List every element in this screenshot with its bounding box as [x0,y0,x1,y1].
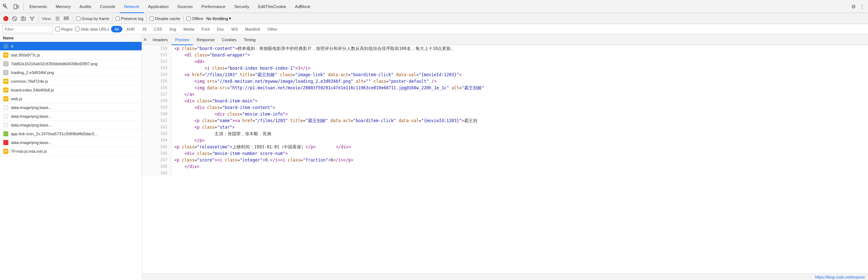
line-code: 主演：张国荣，张丰毅，巩俐 [171,131,868,137]
list-view-button[interactable] [54,15,61,22]
record-button[interactable] [2,15,9,22]
tab-console[interactable]: Console [95,0,119,13]
line-code: </div> [171,163,868,170]
file-name-common-js: common.78ef724e.js [11,79,48,83]
filter-type-other[interactable]: Other [264,26,281,32]
offline-input[interactable] [186,16,191,21]
file-name-app-link-icon: app-link-icon_2x.2470ea5731c3089bbffd3da… [11,132,98,136]
filter-type-img[interactable]: Img [166,26,179,32]
settings-button[interactable]: ⚙ [849,2,858,11]
file-item-data2[interactable]: data:image/png;base... [0,112,142,121]
file-icon-data3 [3,122,9,128]
code-table: 150 <p class="board-content">榜单规则：将猫眼电影库… [142,45,868,176]
tab-editthiscookie[interactable]: EditThisCookie [254,0,291,13]
preserve-log-input[interactable] [115,16,120,21]
file-item-loading-png[interactable]: loading_2.e3d934bf.png [0,68,142,77]
tab-adblock[interactable]: AdBlock [291,0,315,13]
file-name-stat-js: stat.950a977c.js [11,53,40,57]
line-code: <i class="board-index board-index-1">1</… [171,65,868,71]
file-item-stat-js[interactable]: JS stat.950a977c.js [0,51,142,59]
tab-cookies[interactable]: Cookies [218,34,240,45]
table-row: 160 <div class="movie-item-info"> [142,111,868,117]
filter-type-doc[interactable]: Doc [214,26,228,32]
tab-audits[interactable]: Audits [75,0,95,13]
line-code: <p class="star"> [171,124,868,131]
tab-security[interactable]: Security [230,0,254,13]
file-item-mta-js[interactable]: JS ?f=mta-js:mta.min.js [0,147,142,156]
tab-response[interactable]: Response [193,34,218,45]
table-row: 157 </a> [142,91,868,98]
offline-checkbox[interactable]: Offline [186,16,204,21]
disable-cache-input[interactable] [150,16,154,21]
file-name-loading-png: loading_2.e3d934bf.png [11,70,54,75]
file-item-data-red[interactable]: data:image/png;base... [0,138,142,147]
file-item-data1[interactable]: data:image/png;base... [0,103,142,112]
file-icon-board-index-js: JS [3,88,9,93]
line-code: <p class="board-content">榜单规则：将猫眼电影库中的经典… [171,45,868,52]
regex-checkbox[interactable] [55,27,60,31]
tab-preview[interactable]: Preview [171,34,193,45]
filter-button[interactable] [28,15,36,22]
table-row: 159 <div class="board-item-content"> [142,104,868,111]
code-content[interactable]: 150 <p class="board-content">榜单规则：将猫眼电影库… [142,45,868,273]
filter-type-media[interactable]: Media [180,26,198,32]
nav-action-icons [1,2,24,11]
file-item-common-js[interactable]: JS common.78ef724e.js [0,77,142,86]
table-row: 151 <dl class="board-wrapper"> [142,52,868,58]
group-by-frame-input[interactable] [76,16,80,21]
device-toolbar-button[interactable] [12,2,20,11]
filter-type-xhr[interactable]: XHR [123,26,138,32]
file-name-data3: data:image/png;base... [11,123,52,127]
line-number: 152 [142,58,171,65]
filter-type-manifest[interactable]: Manifest [242,26,264,32]
tab-performance[interactable]: Performance [197,0,230,13]
throttling-dropdown[interactable]: No throttling ▾ [205,16,233,21]
file-item-board-index-js[interactable]: JS board-index.54b406df.js [0,86,142,94]
file-item-4[interactable]: 4 [0,42,142,51]
line-code: <div class="board-item-main"> [171,98,868,104]
filter-input[interactable] [2,25,53,33]
line-code: <div class="movie-item-number score-num"… [171,150,868,157]
tab-network[interactable]: Network [120,0,144,13]
line-number: 167 [142,157,171,163]
filter-type-js[interactable]: JS [139,26,150,32]
clear-button[interactable] [11,15,18,22]
tab-timing[interactable]: Timing [240,34,259,45]
tab-sources[interactable]: Sources [173,0,197,13]
line-code: <p class="score"><i class="integer">9.</… [171,157,868,163]
large-view-button[interactable] [63,15,70,22]
tab-headers[interactable]: Headers [149,34,171,45]
line-code: </p> [171,137,868,144]
table-row: 167 <p class="score"><i class="integer">… [142,157,868,163]
disable-cache-checkbox[interactable]: Disable cache [150,16,180,21]
tab-elements[interactable]: Elements [25,0,51,13]
file-item-data3[interactable]: data:image/png;base... [0,121,142,129]
file-item-png1[interactable]: 7dd82a16316ab32c8359debdb04396ef2897.png [0,59,142,68]
inspect-element-button[interactable] [1,2,10,11]
file-item-web-js[interactable]: JS web.js [0,94,142,103]
file-icon-png1 [3,61,9,66]
group-by-frame-checkbox[interactable]: Group by frame [76,16,109,21]
toolbar-sep-4 [146,15,147,22]
panel-close-button[interactable]: × [143,36,147,43]
tab-application[interactable]: Application [144,0,173,13]
line-number: 159 [142,104,171,111]
line-code: <p class="name"><a href="/films/1203" ti… [171,117,868,124]
line-code: <a href="/films/1203" title="霸王别姬" class… [171,71,868,78]
filter-type-ws[interactable]: WS [228,26,241,32]
filter-type-all[interactable]: All [111,26,122,32]
capture-screenshots-button[interactable] [20,15,27,22]
file-item-app-link-icon[interactable]: app-link-icon_2x.2470ea5731c3089bbffd3da… [0,129,142,138]
hide-data-urls-checkbox-label[interactable]: Hide data URLs [75,27,109,31]
filter-type-css[interactable]: CSS [151,26,166,32]
file-icon-4 [3,44,9,49]
more-options-button[interactable]: ⋮ [858,2,867,11]
line-number: 151 [142,52,171,58]
regex-checkbox-label[interactable]: Regex [55,27,73,31]
panel-tabs: × Headers Preview Response Cookies Timin… [142,34,868,45]
hide-data-urls-checkbox[interactable] [75,27,80,31]
tab-memory[interactable]: Memory [51,0,75,13]
filter-type-font[interactable]: Font [198,26,213,32]
table-row: 150 <p class="board-content">榜单规则：将猫眼电影库… [142,45,868,52]
preserve-log-checkbox[interactable]: Preserve log [115,16,143,21]
